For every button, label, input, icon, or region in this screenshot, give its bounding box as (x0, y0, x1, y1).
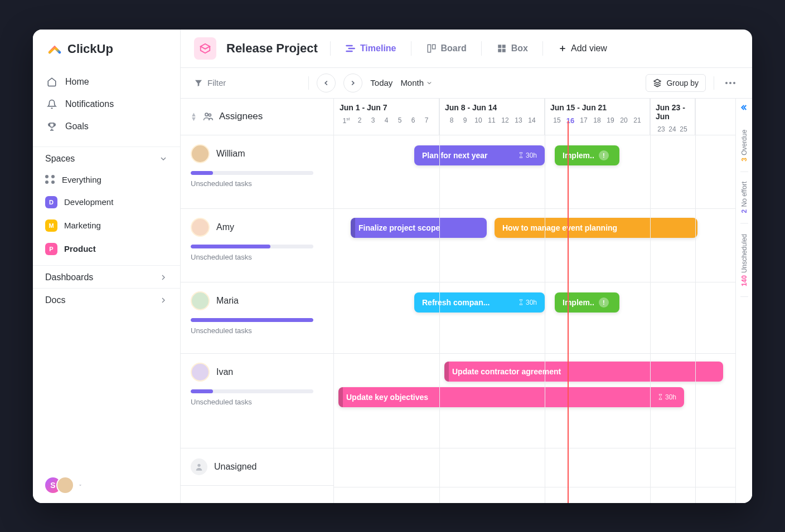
home-icon (46, 76, 57, 87)
board-icon (426, 43, 437, 54)
caret-down-icon[interactable] (77, 482, 83, 488)
today-line (568, 121, 569, 503)
box-icon (496, 43, 507, 54)
task-bar[interactable]: Update contractor agreement (444, 362, 723, 382)
chevron-double-left-icon (740, 103, 749, 112)
rail-item[interactable]: 2 No effort (740, 172, 748, 224)
trophy-icon (46, 121, 57, 132)
nav-label: Home (65, 77, 89, 87)
rail-item[interactable]: 3 Overdue (740, 120, 748, 172)
tab-timeline[interactable]: Timeline (343, 40, 399, 57)
filter-button[interactable]: Filter (194, 78, 226, 87)
task-bar[interactable]: Plan for next year30h (414, 145, 545, 165)
svg-point-6 (205, 113, 208, 116)
grid-body: Plan for next year30hImplem..!Finalize p… (334, 135, 752, 487)
sort-icon: ▲▼ (191, 112, 197, 121)
progress-bar (191, 389, 313, 393)
next-button[interactable] (343, 74, 362, 92)
tab-board[interactable]: Board (424, 40, 469, 57)
divider (330, 41, 331, 56)
docs-section[interactable]: Docs (33, 288, 180, 311)
divider (542, 41, 543, 56)
rail-item[interactable]: 140 Unscheduled (740, 224, 748, 297)
task-bar[interactable]: Finalize project scope (351, 218, 487, 238)
space-badge: P (45, 243, 57, 255)
spaces-header[interactable]: Spaces (33, 147, 180, 169)
plus-icon (559, 45, 566, 52)
grid-header: Jun 1 - Jun 71st234567Jun 8 - Jun 148910… (334, 99, 752, 135)
avatar (191, 144, 210, 163)
people-icon (202, 111, 214, 122)
today-button[interactable]: Today (370, 78, 392, 87)
divider (481, 41, 482, 56)
dashboards-section[interactable]: Dashboards (33, 265, 180, 288)
avatar (191, 363, 210, 382)
task-bar[interactable]: Refresh compan...30h (414, 292, 545, 313)
sidebar-footer: S (33, 467, 180, 503)
nav-notifications[interactable]: Notifications (38, 93, 175, 115)
assignee-header[interactable]: ▲▼ Assignees (181, 99, 333, 135)
nav-list: Home Notifications Goals (33, 67, 180, 147)
assignee-name: William (216, 149, 245, 159)
logo-text: ClickUp (67, 42, 113, 56)
prev-button[interactable] (317, 74, 336, 92)
chevron-right-icon (159, 296, 168, 305)
logo[interactable]: ClickUp (33, 30, 180, 67)
timeline: ▲▼ Assignees WilliamUnscheduled tasksAmy… (181, 99, 752, 503)
filter-icon (194, 79, 203, 87)
unscheduled-link[interactable]: Unscheduled tasks (191, 253, 323, 261)
nav-goals[interactable]: Goals (38, 115, 175, 138)
assignee-row[interactable]: AmyUnscheduled tasks (181, 209, 333, 282)
unscheduled-link[interactable]: Unscheduled tasks (191, 179, 323, 188)
groupby-button[interactable]: Group by (646, 74, 706, 92)
assignee-name: Amy (216, 222, 234, 232)
range-dropdown[interactable]: Month (400, 78, 433, 87)
avatar (191, 291, 210, 310)
nav-home[interactable]: Home (38, 71, 175, 93)
tab-box[interactable]: Box (494, 40, 530, 57)
alert-icon: ! (599, 297, 609, 308)
assignee-name: Ivan (216, 367, 233, 377)
grid-icon (45, 175, 55, 185)
space-product[interactable]: P Product (33, 237, 180, 261)
avatar (191, 218, 210, 237)
unscheduled-link[interactable]: Unscheduled tasks (191, 398, 323, 406)
unassigned-row[interactable]: Unasigned (181, 448, 333, 486)
add-view-button[interactable]: Add view (555, 41, 610, 56)
avatar-stack[interactable]: S (44, 476, 74, 494)
assignee-row[interactable]: MariaUnscheduled tasks (181, 282, 333, 354)
assignee-row[interactable]: WilliamUnscheduled tasks (181, 135, 333, 209)
svg-rect-4 (498, 48, 501, 52)
estimate-badge: 30h (518, 299, 537, 306)
right-rail: 3 Overdue2 No effort140 Unscheduled (735, 99, 752, 503)
avatar (56, 476, 74, 494)
sidebar: ClickUp Home Notifications Goals Spaces … (33, 30, 181, 503)
collapse-rail-button[interactable] (740, 101, 749, 120)
space-everything[interactable]: Everything (33, 169, 180, 191)
svg-rect-1 (432, 45, 435, 49)
chevron-right-icon (349, 79, 357, 87)
space-badge: D (45, 196, 57, 208)
svg-rect-0 (428, 45, 430, 52)
chevron-down-icon (426, 80, 433, 86)
divider (411, 41, 411, 56)
timeline-grid[interactable]: Jun 1 - Jun 71st234567Jun 8 - Jun 148910… (334, 99, 752, 503)
main: Release Project Timeline Board Box Add v… (181, 30, 752, 503)
nav-label: Goals (65, 121, 89, 131)
unscheduled-link[interactable]: Unscheduled tasks (191, 326, 323, 335)
task-bar[interactable]: Update key objectives30h (338, 387, 684, 407)
space-development[interactable]: D Development (33, 191, 180, 214)
task-bar[interactable]: How to manage event planning (495, 218, 697, 238)
more-button[interactable] (722, 79, 739, 87)
assignee-row[interactable]: IvanUnscheduled tasks (181, 354, 333, 448)
estimate-badge: 30h (657, 393, 676, 401)
assignee-column: ▲▼ Assignees WilliamUnscheduled tasksAmy… (181, 99, 334, 503)
svg-rect-2 (498, 45, 501, 48)
topbar: Release Project Timeline Board Box Add v… (181, 30, 752, 68)
task-bar[interactable]: Implem..! (555, 145, 619, 165)
progress-bar (191, 171, 313, 175)
alert-icon: ! (599, 150, 609, 160)
layers-icon (653, 79, 662, 87)
space-marketing[interactable]: M Marketing (33, 214, 180, 237)
task-bar[interactable]: Implem..! (555, 292, 619, 313)
